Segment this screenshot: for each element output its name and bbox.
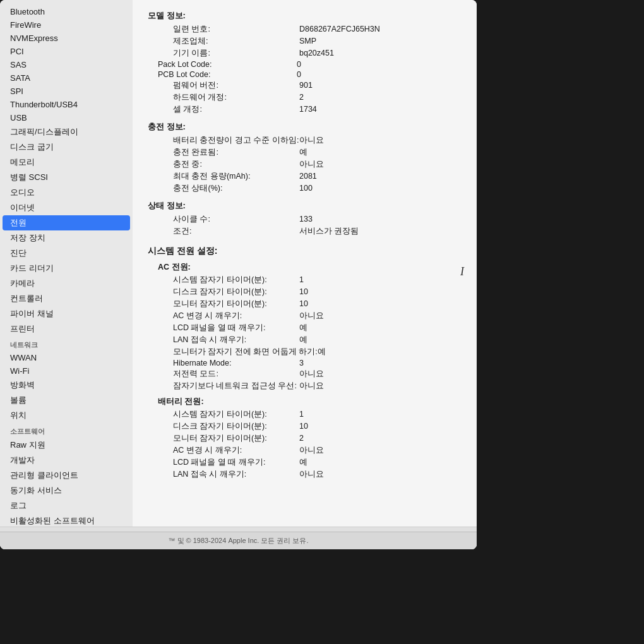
- sidebar-item-ethernet[interactable]: 이더넷: [0, 200, 133, 215]
- battery-power-title: 배터리 전원:: [148, 397, 462, 407]
- text-cursor: I: [460, 265, 464, 278]
- sidebar-item-volume[interactable]: 볼륨: [0, 393, 133, 408]
- sidebar-item-firewire[interactable]: FireWire: [0, 18, 133, 32]
- sidebar-item-card-reader[interactable]: 카드 리더기: [0, 261, 133, 276]
- ac-monitor-sleep-label: 모니터 잠자기 타이머(분):: [173, 299, 299, 309]
- sidebar-item-sas[interactable]: SAS: [0, 58, 133, 71]
- sidebar-item-controller[interactable]: 컨트롤러: [0, 291, 133, 306]
- sidebar-item-disabled-software[interactable]: 비활성화된 소프트웨어: [0, 513, 133, 527]
- network-access-row: 잠자기보다 네트워크 접근성 우선: 아니요: [148, 381, 462, 391]
- sidebar-item-raw[interactable]: Raw 지원: [0, 438, 133, 453]
- sidebar-item-thunderbolt[interactable]: Thunderbolt/USB4: [0, 98, 133, 111]
- low-charge-label: 배터리 충전량이 경고 수준 이하임:: [173, 135, 299, 146]
- bat-disk-sleep-label: 디스크 잠자기 타이머(분):: [173, 421, 299, 432]
- sidebar-item-wifi[interactable]: Wi-Fi: [0, 364, 133, 378]
- ac-sleep-timer-value: 1: [299, 275, 304, 284]
- charge-complete-row: 충전 완료됨: 예: [148, 147, 462, 158]
- ac-dim-before-sleep-value: 예: [318, 347, 326, 357]
- charge-state-row: 충전 상태(%): 100: [148, 183, 462, 194]
- condition-row: 조건: 서비스가 권장됨: [148, 226, 462, 237]
- charging-value: 아니요: [299, 159, 324, 170]
- ac-wake-on-lan-label: LAN 접속 시 깨우기:: [173, 335, 299, 345]
- sidebar-item-storage[interactable]: 저장 장치: [0, 230, 133, 246]
- max-charge-label: 최대 충전 용량(mAh):: [173, 171, 299, 182]
- low-power-mode-row: 저전력 모드: 아니요: [148, 369, 462, 379]
- hw-revision-label: 하드웨어 개정:: [173, 92, 299, 103]
- ac-wake-on-lcd-value: 예: [299, 323, 307, 333]
- max-charge-value: 2081: [299, 172, 317, 181]
- bat-wake-on-ac-row: AC 변경 시 깨우기: 아니요: [148, 445, 462, 456]
- device-name-value: bq20z451: [299, 49, 334, 57]
- sidebar-item-log[interactable]: 로그: [0, 498, 133, 513]
- sidebar-item-diagnostics[interactable]: 진단: [0, 246, 133, 261]
- condition-value: 서비스가 권장됨: [299, 226, 359, 237]
- sidebar-item-pci[interactable]: PCI: [0, 45, 133, 58]
- serial-label: 일련 번호:: [173, 24, 299, 35]
- pack-lot-row: Pack Lot Code: 0: [148, 60, 462, 69]
- bat-disk-sleep-row: 디스크 잠자기 타이머(분): 10: [148, 421, 462, 432]
- sidebar-item-wwan[interactable]: WWAN: [0, 351, 133, 364]
- ac-disk-sleep-row: 디스크 잠자기 타이머(분): 10: [148, 287, 462, 297]
- charge-info-title: 충전 정보:: [148, 121, 462, 133]
- status-info-title: 상태 정보:: [148, 200, 462, 212]
- system-power-title: 시스템 전원 설정:: [148, 246, 462, 257]
- sidebar-item-disc-burning[interactable]: 디스크 굽기: [0, 140, 133, 155]
- hibernate-mode-value: 3: [299, 359, 304, 367]
- sidebar-item-parallel-scsi[interactable]: 병렬 SCSI: [0, 170, 133, 185]
- condition-label: 조건:: [173, 226, 299, 237]
- bat-wake-on-ac-label: AC 변경 시 깨우기:: [173, 445, 299, 456]
- ac-dim-before-sleep-row: 모니터가 잠자기 전에 화면 어둡게 하기: 예: [148, 347, 462, 357]
- serial-value: D868267A2FCJ65H3N: [299, 25, 380, 33]
- low-charge-value: 아니요: [299, 135, 324, 146]
- firmware-row: 펌웨어 버전: 901: [148, 80, 462, 91]
- sidebar-item-managed-client[interactable]: 관리형 클라이언트: [0, 468, 133, 483]
- bat-wake-on-lcd-row: LCD 패널을 열 때 깨우기: 예: [148, 457, 462, 468]
- ac-wake-on-lan-value: 예: [299, 335, 307, 345]
- sidebar-item-sata[interactable]: SATA: [0, 71, 133, 85]
- sidebar-item-power[interactable]: 전원: [3, 215, 130, 230]
- charging-label: 충전 중:: [173, 159, 299, 170]
- network-section-header: 네트워크: [0, 337, 133, 351]
- sidebar-item-usb[interactable]: USB: [0, 111, 133, 124]
- bat-sleep-timer-value: 1: [299, 410, 304, 419]
- system-power-section: 시스템 전원 설정: AC 전원: 시스템 잠자기 타이머(분): 1 디스크 …: [148, 246, 462, 480]
- device-name-label: 기기 이름:: [173, 48, 299, 59]
- footer-bar: ™ 및 © 1983-2024 Apple Inc. 모든 권리 보유.: [0, 532, 477, 549]
- sidebar-item-printer[interactable]: 프린터: [0, 321, 133, 337]
- sidebar-item-audio[interactable]: 오디오: [0, 185, 133, 200]
- sidebar-item-graphics[interactable]: 그래픽/디스플레이: [0, 124, 133, 140]
- ac-power-title: AC 전원:: [148, 262, 462, 273]
- sidebar-item-sync[interactable]: 동기화 서비스: [0, 483, 133, 498]
- pack-lot-value: 0: [297, 60, 301, 69]
- sidebar-item-spi[interactable]: SPI: [0, 85, 133, 98]
- pack-lot-label: Pack Lot Code:: [158, 60, 297, 69]
- sidebar-item-fiber-channel[interactable]: 파이버 채널: [0, 306, 133, 321]
- sidebar-item-firewall[interactable]: 방화벽: [0, 378, 133, 393]
- bat-monitor-sleep-label: 모니터 잠자기 타이머(분):: [173, 433, 299, 444]
- bat-wake-on-ac-value: 아니요: [299, 445, 324, 456]
- manufacturer-value: SMP: [299, 37, 316, 45]
- sidebar-item-location[interactable]: 위치: [0, 408, 133, 423]
- bat-sleep-timer-row: 시스템 잠자기 타이머(분): 1: [148, 409, 462, 420]
- bat-wake-on-lcd-label: LCD 패널을 열 때 깨우기:: [173, 457, 299, 468]
- ac-wake-on-lan-row: LAN 접속 시 깨우기: 예: [148, 335, 462, 345]
- hibernate-mode-row: Hibernate Mode: 3: [148, 359, 462, 367]
- ac-sleep-timer-row: 시스템 잠자기 타이머(분): 1: [148, 275, 462, 285]
- cell-revision-value: 1734: [299, 105, 317, 114]
- sidebar-item-memory[interactable]: 메모리: [0, 155, 133, 170]
- ac-dim-before-sleep-label: 모니터가 잠자기 전에 화면 어둡게 하기:: [173, 347, 318, 357]
- ac-wake-on-ac-row: AC 변경 시 깨우기: 아니요: [148, 311, 462, 321]
- sidebar-item-camera[interactable]: 카메라: [0, 276, 133, 291]
- sidebar-item-nvmexpress[interactable]: NVMExpress: [0, 32, 133, 45]
- firmware-value: 901: [299, 81, 313, 90]
- bat-monitor-sleep-row: 모니터 잠자기 타이머(분): 2: [148, 433, 462, 444]
- charge-state-value: 100: [299, 184, 313, 193]
- network-access-value: 아니요: [299, 381, 324, 391]
- cell-revision-label: 셀 개정:: [173, 104, 299, 115]
- sidebar-item-bluetooth[interactable]: Bluetooth: [0, 5, 133, 18]
- manufacturer-row: 제조업체: SMP: [148, 36, 462, 47]
- bat-wake-on-lcd-value: 예: [299, 457, 307, 468]
- sidebar: Bluetooth FireWire NVMExpress PCI SAS SA…: [0, 0, 133, 527]
- sidebar-item-developer[interactable]: 개발자: [0, 453, 133, 468]
- charge-state-label: 충전 상태(%):: [173, 183, 299, 194]
